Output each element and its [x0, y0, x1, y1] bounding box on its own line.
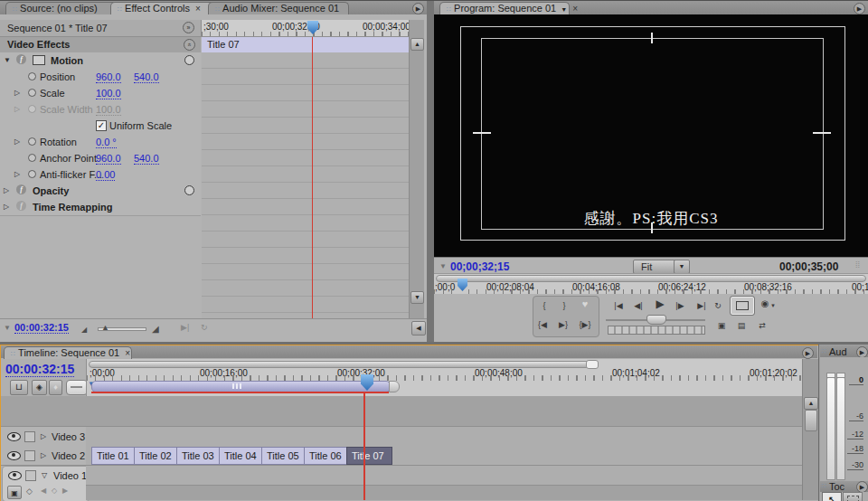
- expand-triangle-icon[interactable]: ▷: [14, 137, 20, 146]
- scroll-down-button[interactable]: ▼: [410, 291, 424, 304]
- work-area-handle[interactable]: [232, 383, 234, 389]
- go-to-in-button[interactable]: {◀: [535, 318, 550, 331]
- clip-title-03[interactable]: Title 03: [176, 447, 223, 465]
- clip-title-04[interactable]: Title 04: [219, 447, 266, 465]
- add-marker-button[interactable]: ♥: [578, 298, 592, 309]
- track-lock-toggle[interactable]: [24, 450, 35, 461]
- zoom-scrollbar-handle[interactable]: [586, 360, 599, 369]
- toggle-animation-icon[interactable]: [28, 137, 36, 146]
- scroll-left-button[interactable]: ◀: [411, 321, 426, 336]
- tab-timeline[interactable]: ∷Timeline: Sequence 01×: [4, 346, 132, 359]
- effect-row-anchor-point[interactable]: Anchor Point 960.0 540.0: [0, 150, 201, 167]
- go-to-previous-edit-button[interactable]: |◀: [609, 299, 627, 312]
- show-keyframes-icon[interactable]: ◇: [26, 487, 33, 496]
- anti-flicker-value[interactable]: 0.00: [96, 169, 115, 181]
- expand-triangle-icon[interactable]: ▷: [14, 170, 20, 178]
- clip-title-02[interactable]: Title 02: [134, 447, 181, 465]
- track-lane-video1[interactable]: [86, 466, 802, 486]
- expand-triangle-icon[interactable]: ▼: [4, 56, 11, 64]
- step-back-button[interactable]: ◀|: [629, 299, 647, 312]
- toggle-animation-icon[interactable]: [28, 89, 36, 97]
- zoom-in-icon[interactable]: ◢: [152, 324, 159, 334]
- loop-button[interactable]: ↻: [711, 299, 725, 312]
- effect-row-opacity[interactable]: ▷ f Opacity: [0, 183, 201, 200]
- timeline-ruler[interactable]: ;00;00 00;00;16;00 00;00;32;00 00;00;48;…: [86, 359, 803, 396]
- toggle-track-output-icon[interactable]: [7, 451, 21, 460]
- toggle-animation-icon[interactable]: [28, 72, 36, 80]
- uniform-scale-checkbox[interactable]: ✓: [96, 120, 107, 131]
- ec-current-timecode[interactable]: 00:00:32:15: [14, 322, 69, 334]
- toggle-track-output-icon[interactable]: [8, 471, 22, 480]
- safe-margins-button[interactable]: [731, 297, 754, 315]
- anchor-y-value[interactable]: 540.0: [134, 153, 159, 165]
- tab-effect-controls[interactable]: ∷Effect Controls×: [110, 2, 219, 15]
- marker-menu-button[interactable]: [66, 380, 88, 395]
- scrollbar-thumb[interactable]: [805, 410, 817, 431]
- track-lock-toggle[interactable]: [25, 470, 36, 481]
- lift-button[interactable]: ▣: [714, 319, 729, 332]
- track-select-tool-button[interactable]: [843, 492, 863, 501]
- selection-tool-button[interactable]: ↖: [822, 492, 842, 501]
- fit-dropdown-arrow[interactable]: ▼: [674, 260, 690, 274]
- zoom-out-icon[interactable]: ◢: [81, 326, 87, 334]
- stopwatch-icon[interactable]: [184, 55, 194, 65]
- program-viewing-area-bar[interactable]: [436, 275, 866, 282]
- tab-audio-mixer[interactable]: ∷Audio Mixer: Sequence 01: [208, 2, 349, 15]
- set-in-point-button[interactable]: {: [538, 299, 551, 312]
- program-current-timecode[interactable]: 00;00;32;15: [450, 260, 509, 274]
- anchor-x-value[interactable]: 960.0: [96, 153, 121, 165]
- set-unnumbered-marker-button[interactable]: ♦: [49, 380, 62, 395]
- dropdown-arrow-icon[interactable]: ▼: [561, 6, 567, 13]
- shuttle-handle[interactable]: [646, 315, 666, 325]
- tab-program[interactable]: ∷Program: Sequence 01▼×: [439, 2, 570, 15]
- panel-divider[interactable]: [427, 0, 434, 342]
- play-button[interactable]: ▶: [651, 298, 669, 310]
- jog-disk[interactable]: [608, 326, 705, 335]
- set-display-style-button[interactable]: ▣: [7, 486, 22, 499]
- toggle-track-output-icon[interactable]: [7, 432, 21, 441]
- effect-row-time-remapping[interactable]: ▷ f Time Remapping: [0, 199, 201, 216]
- toggle-animation-icon[interactable]: [28, 170, 36, 178]
- position-x-value[interactable]: 960.0: [96, 71, 121, 83]
- clip-title-05[interactable]: Title 05: [261, 447, 308, 465]
- ec-ruler[interactable]: ;30;00 00;00;32;00 00;00;34;00: [201, 20, 410, 37]
- track-lane-video2[interactable]: Title 01 Title 02 Title 03 Title 04 Titl…: [86, 446, 802, 466]
- export-frame-button[interactable]: ⇄: [754, 319, 770, 332]
- scroll-up-button[interactable]: ▲: [804, 397, 818, 410]
- effect-row-uniform-scale[interactable]: ✓ Uniform Scale: [0, 118, 201, 135]
- scale-value[interactable]: 100.0: [96, 88, 121, 99]
- clip-title-06[interactable]: Title 06: [304, 447, 351, 465]
- clip-title-01[interactable]: Title 01: [91, 447, 138, 465]
- ec-keyframe-area[interactable]: [202, 52, 409, 318]
- collapse-track-icon[interactable]: ▷: [41, 451, 46, 459]
- stopwatch-icon[interactable]: [184, 185, 194, 195]
- collapse-track-icon[interactable]: ▽: [42, 471, 47, 479]
- effect-enabled-icon[interactable]: f: [16, 184, 26, 194]
- ec-vertical-scrollbar[interactable]: ▲ ▼: [409, 20, 424, 318]
- zoom-slider-handle[interactable]: ▲: [101, 323, 109, 332]
- close-icon[interactable]: ×: [572, 4, 578, 14]
- effect-row-rotation[interactable]: ▷ Rotation 0.0 °: [0, 134, 201, 151]
- tab-source[interactable]: ∷Source: (no clips): [5, 2, 121, 15]
- timeline-zoom-scrollbar[interactable]: [89, 361, 597, 368]
- panel-menu-button[interactable]: ▶: [802, 347, 814, 359]
- expand-triangle-icon[interactable]: ▷: [4, 203, 9, 211]
- timeline-vertical-scrollbar[interactable]: ▲: [802, 359, 818, 500]
- work-area-end-handle[interactable]: [389, 381, 400, 392]
- ec-clip-bar[interactable]: Title 07: [202, 37, 409, 53]
- set-out-point-button[interactable]: }: [558, 299, 571, 312]
- play-in-to-out-button[interactable]: ▶}: [556, 318, 571, 331]
- effect-row-anti-flicker[interactable]: ▷ Anti-flicker F... 0.00: [0, 166, 201, 184]
- rotation-value[interactable]: 0.0 °: [96, 137, 117, 148]
- close-icon[interactable]: ×: [195, 4, 201, 14]
- effect-row-scale[interactable]: ▷ Scale 100.0: [0, 85, 201, 102]
- effect-row-motion[interactable]: ▼ f Motion: [0, 52, 201, 70]
- go-to-next-edit-button[interactable]: ▶|: [693, 299, 711, 312]
- collapse-track-icon[interactable]: ▷: [41, 432, 46, 440]
- set-encore-chapter-marker-button[interactable]: ◈: [32, 380, 47, 395]
- extract-button[interactable]: ▤: [734, 319, 749, 332]
- play-around-button[interactable]: {▶}: [577, 318, 593, 331]
- expand-triangle-icon[interactable]: ▷: [14, 89, 20, 97]
- effect-row-position[interactable]: Position 960.0 540.0: [0, 69, 201, 86]
- expand-triangle-icon[interactable]: ▷: [4, 186, 9, 194]
